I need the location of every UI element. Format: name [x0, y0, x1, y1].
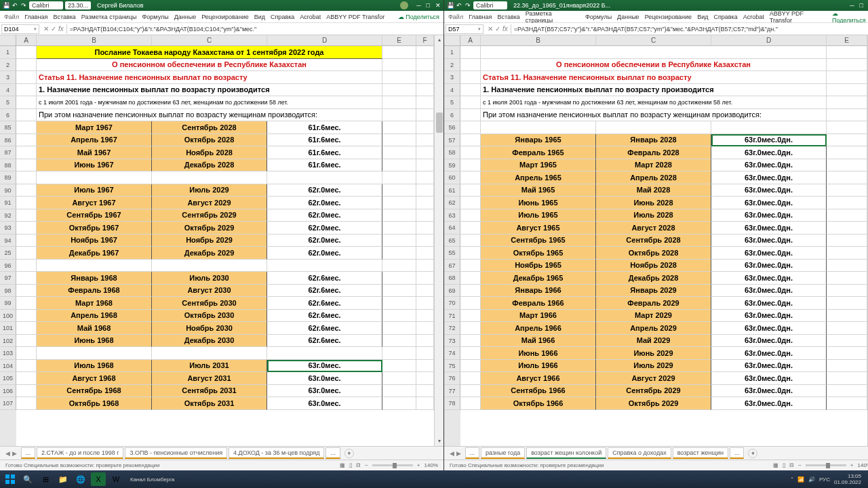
cell[interactable]: Август 1967: [37, 197, 152, 209]
cell[interactable]: [16, 84, 37, 97]
cell[interactable]: Октябрь 1967: [37, 222, 152, 235]
cell[interactable]: [460, 372, 481, 385]
cell[interactable]: [416, 197, 434, 209]
cell[interactable]: 62г.6мес.: [267, 322, 382, 335]
cell[interactable]: 63г.0мес.0дн.: [711, 197, 827, 209]
user-avatar[interactable]: [400, 1, 408, 9]
vertical-scrollbar[interactable]: ▴ ▾: [434, 35, 443, 446]
cell[interactable]: 63г.0мес.0дн.: [711, 209, 827, 222]
cell[interactable]: 63г.0мес.0дн.: [711, 184, 827, 197]
row-header[interactable]: 4: [444, 84, 460, 97]
row-header[interactable]: 89: [0, 171, 16, 184]
cell[interactable]: [16, 385, 37, 398]
word-icon[interactable]: W: [108, 472, 123, 486]
cell[interactable]: Июнь 2028: [596, 197, 711, 209]
cell[interactable]: Ноябрь 1965: [481, 260, 596, 272]
cell[interactable]: [827, 347, 867, 360]
cell[interactable]: Август 2028: [596, 222, 711, 235]
cell[interactable]: Ноябрь 2028: [152, 146, 267, 159]
cell[interactable]: Октябрь 2029: [596, 397, 711, 410]
cell[interactable]: Апрель 1967: [37, 134, 152, 147]
cell[interactable]: [827, 159, 867, 172]
cell[interactable]: Апрель 1966: [481, 322, 596, 335]
cell[interactable]: Сентябрь 2031: [152, 385, 267, 398]
row-header[interactable]: 103: [0, 347, 16, 360]
ribbon-tab[interactable]: ABBYY PDF Transfor: [770, 10, 827, 24]
cell[interactable]: [16, 71, 37, 84]
row-header[interactable]: 88: [0, 159, 16, 172]
cell[interactable]: 62г.0мес.: [267, 197, 382, 209]
cell[interactable]: [596, 121, 711, 134]
cell[interactable]: Ноябрь 2029: [152, 235, 267, 247]
cell[interactable]: [37, 171, 152, 184]
fx-cancel-icon[interactable]: ✕: [43, 25, 49, 33]
row-header[interactable]: 58: [444, 146, 460, 159]
cell[interactable]: Декабрь 2028: [152, 159, 267, 172]
cell[interactable]: [416, 260, 434, 272]
ribbon-tab[interactable]: Вставка: [497, 14, 519, 20]
cell[interactable]: [416, 360, 434, 373]
cell[interactable]: [827, 96, 867, 109]
row-header[interactable]: 104: [0, 360, 16, 373]
redo-icon[interactable]: ↷: [465, 2, 471, 9]
cell[interactable]: [827, 197, 867, 209]
sheet-tab[interactable]: ...: [730, 447, 745, 459]
cell[interactable]: [382, 222, 416, 235]
cell[interactable]: 63г.0мес.0дн.: [711, 322, 827, 335]
cell[interactable]: [827, 121, 867, 134]
cell[interactable]: [16, 322, 37, 335]
cell[interactable]: [416, 222, 434, 235]
undo-icon[interactable]: ↶: [12, 2, 18, 9]
cell[interactable]: [460, 159, 481, 172]
cell[interactable]: [827, 335, 867, 348]
cell[interactable]: 63г.0мес.0дн.: [711, 235, 827, 247]
row-header[interactable]: 99: [0, 297, 16, 310]
view-break-icon[interactable]: ⊟: [789, 462, 794, 468]
view-normal-icon[interactable]: ▦: [773, 462, 778, 468]
undo-icon[interactable]: ↶: [456, 2, 462, 9]
maximize-icon[interactable]: □: [427, 2, 430, 9]
start-button[interactable]: [3, 472, 18, 486]
ribbon-tab[interactable]: Справка: [271, 14, 294, 20]
cell[interactable]: [16, 372, 37, 385]
cell[interactable]: Февраль 1968: [37, 285, 152, 298]
col-header[interactable]: D: [267, 35, 382, 46]
cell[interactable]: [416, 209, 434, 222]
cell[interactable]: Март 1965: [481, 159, 596, 172]
cell[interactable]: [416, 171, 434, 184]
ribbon-tab[interactable]: Формулы: [585, 14, 612, 20]
cell[interactable]: [382, 96, 416, 109]
cell[interactable]: [16, 146, 37, 159]
cell[interactable]: 63г.0мес.0дн.: [711, 285, 827, 298]
cell[interactable]: Июль 2030: [152, 272, 267, 285]
cell[interactable]: Январь 1965: [481, 134, 596, 147]
cell[interactable]: [16, 59, 37, 72]
cell[interactable]: [460, 109, 481, 122]
cell[interactable]: Февраль 1966: [481, 297, 596, 310]
row-header[interactable]: 101: [0, 322, 16, 335]
cell[interactable]: 63г.0мес.0дн.: [711, 385, 827, 398]
cell[interactable]: [16, 209, 37, 222]
ribbon-tab[interactable]: Справка: [713, 14, 737, 20]
row-header[interactable]: 57: [444, 134, 460, 147]
cell[interactable]: [827, 285, 867, 298]
row-header[interactable]: 86: [0, 134, 16, 147]
formula-input[interactable]: =РАЗНДАТ(B104;C104;"y")&"г."&РАЗНДАТ(B10…: [66, 24, 443, 34]
row-header[interactable]: 74: [444, 347, 460, 360]
cell[interactable]: Октябрь 2031: [152, 397, 267, 410]
cell[interactable]: 63г.0мес.0дн.: [711, 310, 827, 323]
row-header[interactable]: 102: [0, 335, 16, 348]
cell[interactable]: 61г.6мес.: [267, 121, 382, 134]
cell[interactable]: [827, 272, 867, 285]
cell[interactable]: Июль 2028: [596, 209, 711, 222]
cell[interactable]: [267, 347, 382, 360]
cell[interactable]: Октябрь 1966: [481, 397, 596, 410]
cell[interactable]: [16, 310, 37, 323]
cell[interactable]: [416, 322, 434, 335]
maximize-icon[interactable]: □: [860, 2, 863, 9]
ribbon-tab[interactable]: Файл: [448, 14, 463, 20]
cell[interactable]: [416, 335, 434, 348]
cell[interactable]: [416, 59, 434, 72]
cell[interactable]: [460, 385, 481, 398]
cell[interactable]: Март 1968: [37, 297, 152, 310]
